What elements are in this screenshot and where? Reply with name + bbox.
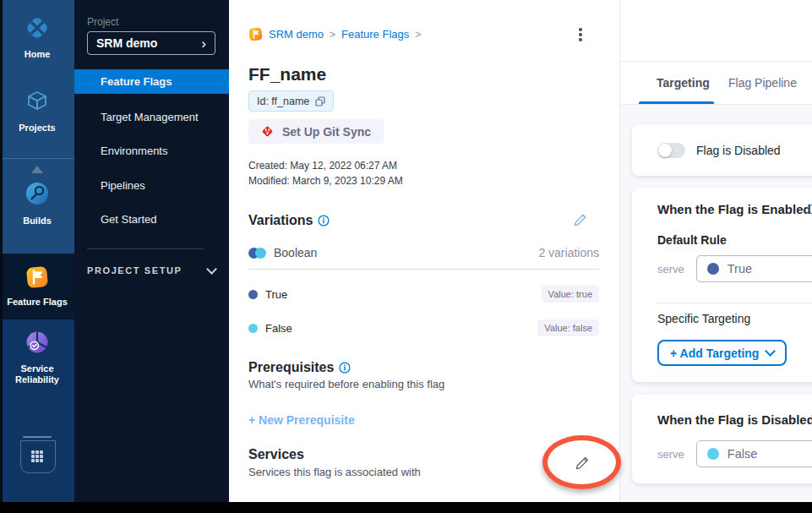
default-serve-row: serve True <box>657 255 812 282</box>
sidebar-item-label: Get Started <box>101 213 156 226</box>
enabled-rules-card: When the Flag is Enabled Default Rule se… <box>632 188 812 382</box>
variation-row-false: False Value: false <box>248 319 599 337</box>
feature-flags-icon <box>24 264 51 292</box>
project-setup-toggle[interactable]: PROJECT SETUP <box>87 265 215 276</box>
git-sync-label: Set Up Git Sync <box>282 125 371 139</box>
sidebar-item-feature-flags[interactable]: Feature Flags <box>74 69 229 94</box>
rail-item-builds[interactable]: Builds <box>0 178 74 226</box>
rail-divider <box>0 158 74 159</box>
flag-detail-main: SRM demo > Feature Flags > FF_name Id: f… <box>229 0 619 502</box>
git-icon <box>261 125 274 138</box>
rail-item-label: Home <box>25 49 51 60</box>
flag-id-text: Id: ff_name <box>257 96 309 107</box>
rail-item-home[interactable]: Home <box>0 14 74 60</box>
sidebar-item-pipelines[interactable]: Pipelines <box>74 173 229 198</box>
flag-created-text: Created: May 12, 2022 06:27 AM <box>248 160 397 172</box>
module-rail: Home Projects Bu <box>0 0 74 502</box>
project-sidebar: Project SRM demo › Feature Flags Target … <box>74 0 229 502</box>
disabled-card-title: When the Flag is Disabled <box>657 412 812 427</box>
sidebar-divider <box>87 248 204 249</box>
variation-type-row: Boolean 2 variations <box>248 246 599 259</box>
tab-targeting[interactable]: Targeting <box>657 76 710 90</box>
new-prerequisite-button[interactable]: + New Prerequisite <box>248 413 355 427</box>
sidebar-item-target-management[interactable]: Target Management <box>74 105 229 129</box>
services-heading: Services <box>248 447 304 462</box>
panel-tabbar: Targeting Flag Pipeline <box>620 62 812 105</box>
collapse-up-icon[interactable] <box>31 166 43 173</box>
serve-label: serve <box>657 263 684 276</box>
rail-item-label: Projects <box>19 123 55 134</box>
prerequisites-description: What's required before enabling this fla… <box>248 378 444 390</box>
project-selector[interactable]: SRM demo › <box>87 31 215 55</box>
project-selector-value: SRM demo <box>96 36 157 50</box>
enabled-card-title: When the Flag is Enabled <box>657 202 811 216</box>
variation-count: 2 variations <box>538 246 599 259</box>
variation-value-badge: Value: false <box>537 319 599 336</box>
sidebar-item-environments[interactable]: Environments <box>74 139 229 163</box>
variations-divider <box>248 269 599 270</box>
edit-variations-button[interactable] <box>573 213 587 231</box>
flag-state-label: Flag is Disabled <box>696 144 781 157</box>
project-section-label: Project <box>87 16 118 28</box>
targeting-panel: Targeting Flag Pipeline Flag is Disabled… <box>619 0 812 502</box>
module-grid-button[interactable] <box>20 440 56 473</box>
rail-item-label: Builds <box>23 216 52 226</box>
builds-icon <box>22 178 52 211</box>
rail-item-service-reliability[interactable]: Service Reliability <box>0 328 74 385</box>
flag-options-menu-button[interactable] <box>577 26 584 43</box>
copy-icon[interactable] <box>315 96 325 106</box>
feature-flags-logo-icon <box>248 27 263 41</box>
rail-bottom-divider <box>23 436 52 438</box>
info-icon[interactable] <box>339 362 351 374</box>
variation-row-true: True Value: true <box>248 285 599 303</box>
rail-item-feature-flags[interactable]: Feature Flags <box>0 254 74 319</box>
edit-services-button[interactable] <box>575 456 590 474</box>
flag-enabled-toggle[interactable] <box>657 143 685 158</box>
projects-cube-icon <box>23 87 52 118</box>
flag-id-chip: Id: ff_name <box>248 90 334 112</box>
flag-state-card: Flag is Disabled <box>632 124 812 176</box>
info-icon[interactable] <box>808 203 812 218</box>
prerequisites-heading: Prerequisites <box>248 360 351 375</box>
window-left-edge <box>0 0 3 502</box>
sidebar-item-label: Pipelines <box>101 179 145 192</box>
false-variation-dot <box>707 448 719 460</box>
sidebar-item-get-started[interactable]: Get Started <box>74 207 229 232</box>
serve-variation-value: False <box>728 447 757 461</box>
grid-icon <box>31 450 45 464</box>
breadcrumb-link-feature-flags[interactable]: Feature Flags <box>341 28 409 41</box>
sidebar-item-label: Environments <box>101 145 167 157</box>
chevron-right-icon: › <box>201 36 206 51</box>
rail-item-projects[interactable]: Projects <box>0 87 74 134</box>
service-reliability-icon <box>23 328 52 359</box>
active-tab-indicator <box>639 101 714 104</box>
variations-heading: Variations <box>248 213 330 228</box>
card-divider <box>657 303 812 303</box>
breadcrumb: SRM demo > Feature Flags > <box>248 27 421 41</box>
panel-header <box>620 0 812 62</box>
variation-type-label: Boolean <box>274 246 317 259</box>
breadcrumb-separator: > <box>415 29 421 41</box>
info-icon[interactable] <box>318 215 330 226</box>
flag-title: FF_name <box>248 64 326 85</box>
rail-item-label: Feature Flags <box>7 297 68 307</box>
setup-git-sync-button[interactable]: Set Up Git Sync <box>248 119 384 144</box>
breadcrumb-link-project[interactable]: SRM demo <box>269 28 324 41</box>
disabled-serve-row: serve False <box>657 440 812 467</box>
disabled-rules-card: When the Flag is Disabled serve False <box>632 395 812 483</box>
rail-item-label: Service Reliability <box>11 363 63 385</box>
chevron-down-icon <box>206 264 217 275</box>
serve-variation-value: True <box>728 262 752 276</box>
flag-modified-text: Modified: March 9, 2023 10:29 AM <box>248 175 403 187</box>
serve-variation-select[interactable]: False <box>696 440 812 467</box>
serve-variation-select[interactable]: True <box>696 255 812 282</box>
true-variation-dot <box>248 290 258 299</box>
project-setup-label: PROJECT SETUP <box>87 265 183 276</box>
tab-flag-pipeline[interactable]: Flag Pipeline <box>728 76 797 90</box>
default-rule-label: Default Rule <box>657 233 727 247</box>
services-description: Services this flag is associated with <box>248 466 421 478</box>
specific-targeting-label: Specific Targeting <box>657 312 750 325</box>
window-bottom-bar <box>0 502 812 513</box>
variation-value-badge: Value: true <box>542 286 599 303</box>
add-targeting-button[interactable]: + Add Targeting <box>657 340 787 366</box>
